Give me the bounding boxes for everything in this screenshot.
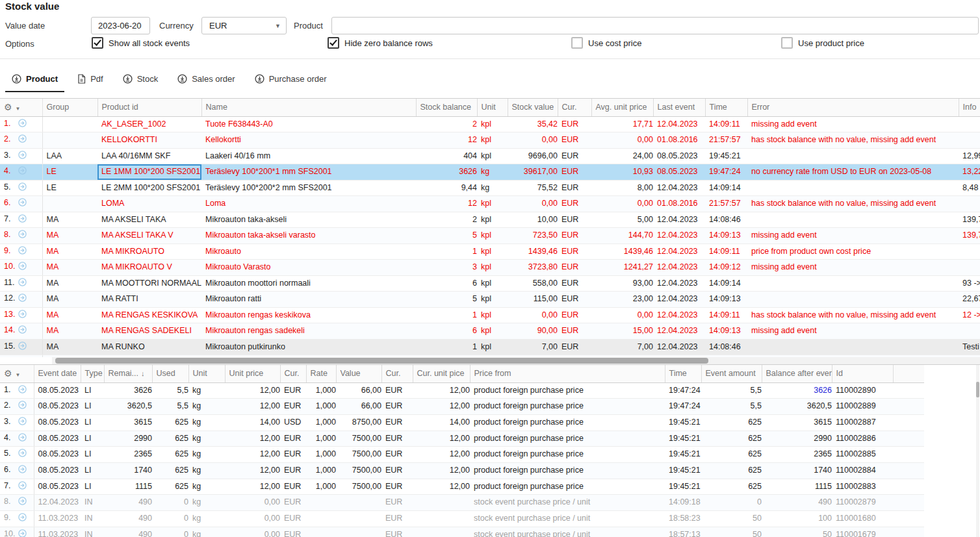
cell[interactable]: 14,00 xyxy=(413,414,470,431)
cell[interactable]: missing add event xyxy=(747,260,959,276)
cell[interactable]: USD xyxy=(280,414,306,431)
column-header-rate[interactable]: Rate xyxy=(306,365,336,382)
cell[interactable]: 1 xyxy=(416,339,477,355)
cell[interactable]: 144,70 xyxy=(591,228,653,244)
column-header-cur-[interactable]: Cur. xyxy=(280,365,306,382)
column-header-remai-[interactable]: Remai...↓ xyxy=(104,365,152,382)
cell[interactable]: 08.05.2023 xyxy=(34,479,81,495)
cell[interactable]: 7500,00 xyxy=(336,479,381,495)
row-number-cell[interactable]: 6. xyxy=(0,196,42,212)
horizontal-scrollbar[interactable] xyxy=(0,357,980,364)
cell[interactable]: kg xyxy=(188,414,225,431)
cell[interactable]: stock event purchase price / unit xyxy=(470,511,665,527)
cell[interactable]: Mikroauton putkirunko xyxy=(201,339,416,355)
cell[interactable] xyxy=(42,196,97,212)
cell[interactable]: 100 xyxy=(762,511,832,527)
cell[interactable]: EUR xyxy=(558,244,591,260)
cell[interactable]: MA AKSELI TAKA V xyxy=(97,228,201,244)
cell[interactable] xyxy=(747,275,959,292)
cell[interactable]: EUR xyxy=(280,382,306,399)
open-row-icon[interactable] xyxy=(18,529,27,537)
cell[interactable]: 12.04.2023 xyxy=(653,116,705,132)
cell[interactable]: kpl xyxy=(477,244,508,260)
cell[interactable]: IN xyxy=(81,511,104,527)
cell[interactable]: 14:09:11 xyxy=(705,116,747,132)
cell[interactable]: 19:45:21 xyxy=(665,479,701,495)
cell[interactable]: 110002886 xyxy=(832,431,893,447)
column-header-id[interactable]: Id xyxy=(832,365,893,382)
cell[interactable] xyxy=(747,339,959,355)
value-date-input[interactable] xyxy=(91,17,150,34)
row-number-cell[interactable]: 2. xyxy=(0,399,34,415)
cell[interactable]: missing add event xyxy=(747,116,959,132)
cell[interactable]: 3 xyxy=(416,260,477,276)
cell[interactable]: 0,00 xyxy=(508,132,558,149)
row-number-cell[interactable]: 1. xyxy=(0,116,42,132)
cell[interactable]: 9,44 xyxy=(416,180,477,196)
tab-product[interactable]: Product xyxy=(5,67,64,92)
cell[interactable] xyxy=(747,180,959,196)
column-header-unit[interactable]: Unit xyxy=(477,99,508,116)
cell[interactable] xyxy=(336,495,381,511)
column-header-cur-unit-pice[interactable]: Cur. unit pice xyxy=(413,365,470,382)
cell[interactable]: 3626 xyxy=(416,164,477,181)
cell[interactable]: kpl xyxy=(477,275,508,292)
cell[interactable]: 14:09:11 xyxy=(705,244,747,260)
cell[interactable] xyxy=(893,511,924,527)
cell[interactable]: 110002887 xyxy=(832,414,893,431)
cell[interactable]: 08.05.2023 xyxy=(34,382,81,399)
cell[interactable]: LE xyxy=(42,180,97,196)
cell[interactable]: 490 xyxy=(104,495,152,511)
cell[interactable]: 1740 xyxy=(104,463,152,479)
cell[interactable]: Mikroauton rengas keskikova xyxy=(201,307,416,323)
cell[interactable]: EUR xyxy=(280,495,306,511)
cell[interactable]: LI xyxy=(81,463,104,479)
cell[interactable]: 12.04.2023 xyxy=(653,339,705,355)
open-row-icon[interactable] xyxy=(18,496,27,510)
column-header-name[interactable]: Name xyxy=(201,99,416,116)
cell[interactable]: 3626 xyxy=(104,382,152,399)
cell[interactable]: 0,00 xyxy=(508,196,558,212)
cell[interactable]: 14:09:13 xyxy=(705,228,747,244)
cell[interactable] xyxy=(959,132,980,149)
cell[interactable]: KELLOKORTTI xyxy=(97,132,201,149)
column-header-stock-balance[interactable]: Stock balance xyxy=(416,99,477,116)
cell[interactable]: 12,00 xyxy=(413,479,470,495)
row-number-cell[interactable]: 15. xyxy=(0,339,42,355)
cell[interactable]: 110001679 xyxy=(832,527,893,537)
cell[interactable] xyxy=(893,447,924,463)
cell[interactable]: 404 xyxy=(416,148,477,164)
column-header-event-date[interactable]: Event date xyxy=(34,365,81,382)
cell[interactable]: 12,00 xyxy=(225,382,280,399)
cell[interactable]: 19:45:21 xyxy=(665,447,701,463)
cell[interactable]: product foreign purchase price xyxy=(470,447,665,463)
cell[interactable]: LE xyxy=(42,164,97,181)
open-row-icon[interactable] xyxy=(18,229,27,244)
cell[interactable]: IN xyxy=(81,527,104,537)
cell[interactable]: 14:09:14 xyxy=(705,275,747,292)
cell[interactable]: 1740 xyxy=(762,463,832,479)
cell[interactable]: kpl xyxy=(477,292,508,308)
cell[interactable]: 12,00 xyxy=(413,399,470,415)
cell[interactable] xyxy=(893,463,924,479)
cell[interactable]: 110002885 xyxy=(832,447,893,463)
open-row-icon[interactable] xyxy=(18,245,27,260)
cell[interactable]: 12,00 xyxy=(225,447,280,463)
cell[interactable]: 8,48 -> xyxy=(959,180,980,196)
cell[interactable]: kpl xyxy=(477,307,508,323)
cell[interactable]: MA RATTI xyxy=(97,292,201,308)
cell[interactable]: stock event purchase price / unit xyxy=(470,495,665,511)
column-header-unit[interactable]: Unit xyxy=(188,365,225,382)
cell[interactable]: 23,00 xyxy=(591,292,653,308)
cell[interactable]: 7500,00 xyxy=(336,463,381,479)
cell[interactable]: EUR xyxy=(558,307,591,323)
cell[interactable]: kg xyxy=(188,382,225,399)
cell[interactable]: 5,00 xyxy=(591,212,653,228)
cell[interactable]: kpl xyxy=(477,212,508,228)
checkbox-box[interactable] xyxy=(92,37,103,49)
cell[interactable] xyxy=(893,414,924,431)
open-row-icon[interactable] xyxy=(18,197,27,212)
cell[interactable]: kg xyxy=(188,495,225,511)
cell[interactable]: 1,000 xyxy=(306,382,336,399)
cell[interactable]: kg xyxy=(477,180,508,196)
